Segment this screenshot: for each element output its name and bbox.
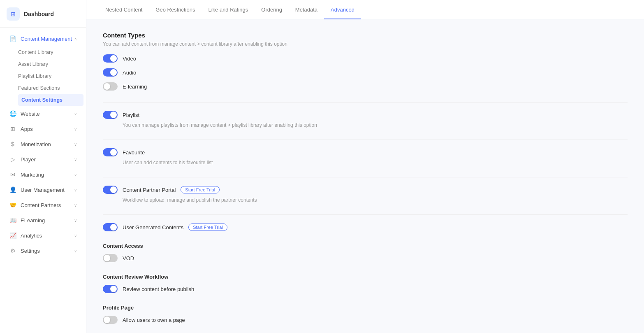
divider-1	[103, 102, 628, 102]
playlist-label: Playlist	[123, 112, 139, 118]
tab-nested-content[interactable]: Nested Content	[99, 0, 149, 19]
vod-toggle[interactable]	[103, 254, 118, 262]
elearning-icon: 📖	[9, 217, 16, 224]
tab-advanced[interactable]: Advanced	[324, 0, 361, 19]
audio-row: Audio	[103, 68, 628, 77]
sidebar-item-marketing[interactable]: ✉ Marketing ∨	[2, 167, 83, 182]
playlist-toggle[interactable]	[103, 111, 118, 119]
audio-label: Audio	[123, 70, 136, 76]
playlist-toggle-track	[103, 111, 118, 119]
sidebar-item-website[interactable]: 🌐 Website ∨	[2, 106, 83, 121]
sidebar-item-asset-library[interactable]: Asset Library	[18, 58, 83, 70]
content-partner-portal-toggle[interactable]	[103, 186, 118, 194]
tab-metadata[interactable]: Metadata	[289, 0, 324, 19]
sidebar-item-settings[interactable]: ⚙ Settings ∨	[2, 243, 83, 258]
sidebar-item-monetization[interactable]: $ Monetization ∨	[2, 137, 83, 151]
content-types-block: Content Types You can add content from m…	[103, 32, 628, 91]
user-generated-toggle[interactable]	[103, 223, 118, 231]
divider-4	[103, 214, 628, 215]
content-types-desc: You can add content from manage content …	[103, 41, 628, 47]
divider-2	[103, 140, 628, 140]
favourite-toggle[interactable]	[103, 148, 118, 156]
tab-geo-restrictions[interactable]: Geo Restrictions	[149, 0, 202, 19]
sidebar-item-elearning[interactable]: 📖 ELearning ∨	[2, 213, 83, 228]
apps-label: Apps	[21, 126, 33, 132]
user-generated-row: User Generated Contents Start Free Trial	[103, 223, 628, 231]
marketing-icon: ✉	[9, 171, 16, 178]
user-generated-badge[interactable]: Start Free Trial	[188, 224, 227, 231]
content-access-block: Content Access VOD	[103, 243, 628, 262]
video-row: Video	[103, 54, 628, 63]
website-icon: 🌐	[9, 110, 16, 117]
favourite-toggle-track	[103, 148, 118, 156]
dashboard-label: Dashboard	[24, 11, 54, 17]
chevron-icon: ∨	[74, 157, 77, 162]
sidebar-item-user-management[interactable]: 👤 User Management ∨	[2, 182, 83, 197]
allow-users-label: Allow users to own a page	[123, 317, 185, 323]
allow-users-toggle-track	[103, 316, 118, 324]
divider-3	[103, 177, 628, 177]
content-partner-portal-block: Content Partner Portal Start Free Trial …	[103, 186, 628, 203]
chevron-icon: ∨	[74, 172, 77, 177]
elearning-row: E-learning	[103, 82, 628, 91]
content-partners-label: Content Partners	[21, 202, 61, 208]
content-management-submenu: Content Library Asset Library Playlist L…	[0, 47, 86, 106]
settings-icon: ⚙	[9, 247, 16, 254]
elearning-toggle[interactable]	[103, 82, 118, 91]
review-content-toggle-track	[103, 285, 118, 293]
favourite-label: Favourite	[123, 149, 145, 156]
chevron-icon: ∨	[74, 249, 77, 253]
player-label: Player	[21, 156, 36, 163]
sidebar-logo[interactable]: ⊞ Dashboard	[0, 0, 86, 28]
sidebar-item-featured-sections[interactable]: Featured Sections	[18, 82, 83, 94]
tab-ordering[interactable]: Ordering	[255, 0, 289, 19]
audio-toggle-track	[103, 68, 118, 77]
content-review-workflow-block: Content Review Workflow Review content b…	[103, 274, 628, 293]
sidebar-item-player[interactable]: ▷ Player ∨	[2, 152, 83, 167]
user-generated-block: User Generated Contents Start Free Trial	[103, 223, 628, 231]
content-partner-portal-desc: Workflow to upload, manage and publish t…	[123, 197, 628, 203]
user-generated-label: User Generated Contents	[123, 224, 183, 231]
favourite-row: Favourite	[103, 148, 628, 156]
content-partner-portal-badge[interactable]: Start Free Trial	[181, 186, 220, 193]
content-review-workflow-title: Content Review Workflow	[103, 274, 628, 280]
content-area: Content Types You can add content from m…	[86, 19, 644, 333]
chevron-icon: ∨	[74, 127, 77, 131]
sidebar-item-content-management[interactable]: 📄 Content Management ∧	[2, 31, 83, 46]
sidebar-item-playlist-library[interactable]: Playlist Library	[18, 70, 83, 82]
review-content-row: Review content before publish	[103, 285, 628, 293]
player-icon: ▷	[9, 156, 16, 163]
review-content-toggle[interactable]	[103, 285, 118, 293]
dashboard-icon: ⊞	[7, 7, 20, 21]
monetization-label: Monetization	[21, 141, 51, 147]
sidebar-item-content-partners[interactable]: 🤝 Content Partners ∨	[2, 198, 83, 212]
review-content-label: Review content before publish	[123, 286, 194, 292]
video-toggle[interactable]	[103, 54, 118, 63]
playlist-row: Playlist	[103, 111, 628, 119]
tab-like-and-ratings[interactable]: Like and Ratings	[202, 0, 255, 19]
allow-users-toggle[interactable]	[103, 316, 118, 324]
elearning-label: ELearning	[21, 217, 45, 224]
analytics-icon: 📈	[9, 232, 16, 239]
marketing-label: Marketing	[21, 172, 44, 178]
main: Nested Content Geo Restrictions Like and…	[86, 0, 644, 333]
content-partner-portal-toggle-track	[103, 186, 118, 194]
tabs-bar: Nested Content Geo Restrictions Like and…	[86, 0, 644, 19]
chevron-icon: ∨	[74, 203, 77, 207]
chevron-icon: ∨	[74, 218, 77, 223]
content-access-title: Content Access	[103, 243, 628, 249]
allow-users-row: Allow users to own a page	[103, 316, 628, 324]
analytics-label: Analytics	[21, 233, 42, 239]
sidebar-item-analytics[interactable]: 📈 Analytics ∨	[2, 228, 83, 243]
sidebar-item-content-settings[interactable]: Content Settings	[18, 94, 83, 106]
audio-toggle[interactable]	[103, 68, 118, 77]
sidebar-item-content-library[interactable]: Content Library	[18, 47, 83, 58]
chevron-icon: ∨	[74, 112, 77, 116]
apps-icon: ⊞	[9, 125, 16, 133]
elearning-label: E-learning	[123, 84, 147, 90]
favourite-block: Favourite User can add contents to his f…	[103, 148, 628, 165]
sidebar-item-apps[interactable]: ⊞ Apps ∨	[2, 121, 83, 136]
chevron-icon: ∨	[74, 142, 77, 147]
content-partner-portal-label: Content Partner Portal	[123, 187, 176, 193]
website-label: Website	[21, 111, 40, 117]
